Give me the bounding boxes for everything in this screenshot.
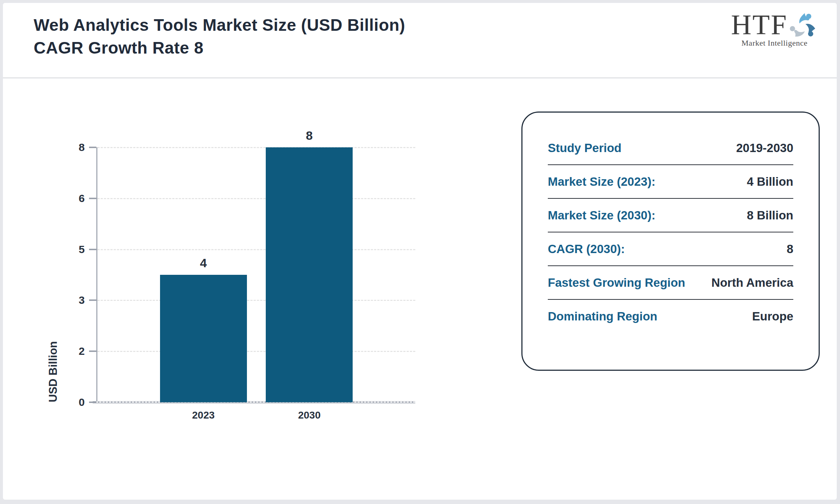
summary-row-value: 2019-2030 — [736, 140, 793, 156]
summary-row-label: Fastest Growing Region — [548, 275, 685, 290]
y-tick-label: 8 — [65, 141, 85, 154]
gridline — [97, 147, 415, 148]
gridline — [97, 300, 415, 301]
bar-value-label: 8 — [266, 129, 353, 143]
gridline — [97, 198, 415, 199]
summary-row: Market Size (2023):4 Billion — [548, 165, 793, 198]
summary-row-value: North America — [711, 275, 793, 290]
htf-logo-text: HTF — [731, 8, 788, 41]
htf-logo: HTF Market Intelligence — [731, 8, 818, 48]
y-tick-mark — [89, 299, 96, 301]
bar-2023 — [160, 275, 247, 402]
summary-row-value: 8 Billion — [747, 207, 793, 223]
summary-row: CAGR (2030):8 — [548, 232, 793, 265]
x-tick-label: 2030 — [266, 410, 353, 421]
page-title: Web Analytics Tools Market Size (USD Bil… — [34, 14, 405, 59]
summary-row: Fastest Growing RegionNorth America — [548, 266, 793, 299]
x-axis-dash-pattern — [93, 402, 415, 403]
summary-row-label: CAGR (2030): — [548, 241, 625, 257]
y-tick-label: 2 — [65, 345, 85, 357]
summary-row-value: 4 Billion — [747, 174, 793, 189]
y-axis-title: USD Billion — [47, 147, 60, 402]
gridline — [97, 351, 415, 352]
y-tick-label: 6 — [65, 192, 85, 205]
y-tick-label: 3 — [65, 294, 85, 306]
summary-row-label: Market Size (2023): — [548, 174, 655, 189]
summary-row: Study Period2019-2030 — [548, 131, 793, 164]
summary-row-value: 8 — [787, 241, 793, 257]
y-tick-mark — [89, 147, 96, 148]
summary-panel: Study Period2019-2030Market Size (2023):… — [521, 112, 820, 371]
bar-2030 — [266, 147, 353, 402]
summary-row: Dominating RegionEurope — [548, 300, 793, 333]
y-tick-mark — [89, 402, 96, 403]
y-tick-mark — [89, 249, 96, 250]
bar-value-label: 4 — [160, 256, 247, 270]
summary-rows: Study Period2019-2030Market Size (2023):… — [548, 131, 793, 333]
y-tick-label: 0 — [65, 396, 85, 408]
y-tick-mark — [89, 198, 96, 199]
x-tick-label: 2023 — [160, 410, 247, 421]
htf-logo-subtitle: Market Intelligence — [731, 38, 818, 48]
page-title-line1: Web Analytics Tools Market Size (USD Bil… — [34, 14, 405, 37]
x-axis-line — [93, 401, 415, 403]
summary-row-label: Dominating Region — [548, 308, 657, 324]
summary-row-label: Market Size (2030): — [548, 207, 655, 223]
report-card: Web Analytics Tools Market Size (USD Bil… — [3, 3, 837, 500]
summary-row: Market Size (2030):8 Billion — [548, 199, 793, 232]
gridline — [97, 249, 415, 250]
page-title-line2: CAGR Growth Rate 8 — [34, 37, 405, 59]
summary-row-label: Study Period — [548, 140, 622, 156]
y-tick-mark — [89, 350, 96, 352]
y-tick-label: 5 — [65, 243, 85, 256]
summary-row-value: Europe — [752, 308, 793, 324]
header-divider — [3, 77, 837, 79]
plot-area: USD Billion 0235684202382030 — [96, 147, 415, 402]
